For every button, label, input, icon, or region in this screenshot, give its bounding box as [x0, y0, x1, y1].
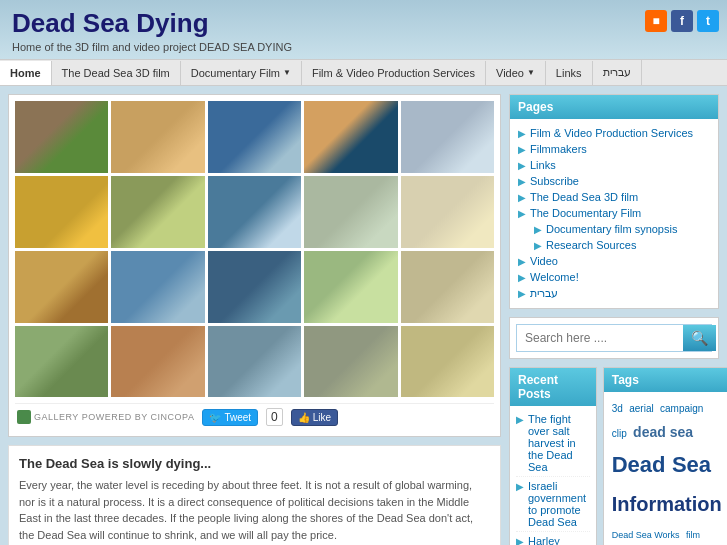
nav-item-dead-sea-3d[interactable]: The Dead Sea 3D film [52, 61, 181, 85]
nav-item-film-video[interactable]: Film & Video Production Services [302, 61, 486, 85]
search-icon: 🔍 [691, 330, 708, 346]
arrow-icon: ▶ [518, 208, 526, 219]
gallery-thumb[interactable] [111, 176, 204, 248]
main-nav: Home The Dead Sea 3D film Documentary Fi… [0, 59, 727, 86]
nav-item-video[interactable]: Video ▼ [486, 61, 546, 85]
post-link[interactable]: ▶Harley Davidson Bikes "Vote for Dead Se… [516, 532, 590, 545]
arrow-icon: ▶ [516, 414, 524, 425]
arrow-icon: ▶ [518, 176, 526, 187]
gallery-thumb[interactable] [304, 176, 397, 248]
page-link-synopsis[interactable]: ▶Documentary film synopsis [518, 221, 710, 237]
gallery-thumb[interactable] [304, 251, 397, 323]
tag-campaign[interactable]: campaign [660, 403, 703, 414]
arrow-icon: ▶ [518, 288, 526, 299]
page-link-welcome[interactable]: ▶Welcome! [518, 269, 710, 285]
article-body: Every year, the water level is receding … [19, 477, 490, 543]
gallery-thumb[interactable] [208, 326, 301, 398]
gallery-thumb[interactable] [401, 251, 494, 323]
page-link-video[interactable]: ▶Video [518, 253, 710, 269]
recent-posts-body: ▶The fight over salt harvest in the Dead… [510, 406, 596, 545]
page-link-filmmakers[interactable]: ▶Filmmakers [518, 141, 710, 157]
gallery-thumb[interactable] [208, 251, 301, 323]
page-link-hebrew[interactable]: ▶עברית [518, 285, 710, 302]
article-heading: The Dead Sea is slowly dying... [19, 456, 490, 471]
gallery-thumb[interactable] [304, 101, 397, 173]
arrow-icon: ▶ [516, 481, 524, 492]
page-link-subscribe[interactable]: ▶Subscribe [518, 173, 710, 189]
page-link-film-video[interactable]: ▶Film & Video Production Services [518, 125, 710, 141]
nav-item-hebrew[interactable]: עברית [593, 60, 642, 85]
twitter-icon[interactable]: t [697, 10, 719, 32]
rss-icon[interactable]: ■ [645, 10, 667, 32]
tags-section: Tags 3d aerial campaign clip dead sea De… [603, 367, 727, 545]
site-title[interactable]: Dead Sea Dying [12, 8, 715, 39]
gallery-thumb[interactable] [208, 101, 301, 173]
gallery-thumb[interactable] [111, 251, 204, 323]
gallery-section: Gallery Powered by Cincopa 🐦 Tweet 0 👍 L… [8, 94, 501, 437]
gallery-thumb[interactable] [15, 176, 108, 248]
gallery-thumb[interactable] [304, 326, 397, 398]
gallery-thumb[interactable] [401, 101, 494, 173]
search-widget: 🔍 [509, 317, 719, 359]
sidebar-bottom: Recent Posts ▶The fight over salt harves… [509, 367, 719, 545]
site-tagline: Home of the 3D film and video project DE… [12, 41, 715, 53]
arrow-icon: ▶ [518, 256, 526, 267]
article-section: The Dead Sea is slowly dying... Every ye… [8, 445, 501, 545]
nav-item-home[interactable]: Home [0, 61, 52, 85]
gallery-thumb[interactable] [111, 101, 204, 173]
arrow-icon: ▶ [534, 224, 542, 235]
arrow-icon: ▶ [518, 128, 526, 139]
gallery-thumb[interactable] [401, 176, 494, 248]
search-input[interactable] [517, 326, 683, 350]
tag-dead[interactable]: Dead [612, 452, 666, 477]
arrow-icon: ▶ [516, 536, 524, 545]
page-link-3dfilm[interactable]: ▶The Dead Sea 3D film [518, 189, 710, 205]
pages-widget-header: Pages [510, 95, 718, 119]
tags-header: Tags [604, 368, 727, 392]
tag-sea[interactable]: Sea [672, 452, 711, 477]
sidebar: Pages ▶Film & Video Production Services … [509, 94, 719, 545]
facebook-icon[interactable]: f [671, 10, 693, 32]
tweet-count: 0 [266, 408, 283, 426]
gallery-thumb[interactable] [15, 251, 108, 323]
pages-widget: Pages ▶Film & Video Production Services … [509, 94, 719, 309]
post-link[interactable]: ▶The fight over salt harvest in the Dead… [516, 410, 590, 477]
gallery-footer: Gallery Powered by Cincopa 🐦 Tweet 0 👍 L… [15, 403, 494, 430]
dropdown-arrow-video: ▼ [527, 68, 535, 77]
tag-dead-sea-small[interactable]: dead sea [633, 424, 693, 440]
nav-item-links[interactable]: Links [546, 61, 593, 85]
tweet-button[interactable]: 🐦 Tweet [202, 409, 258, 426]
dropdown-arrow-documentary: ▼ [283, 68, 291, 77]
page-link-documentary[interactable]: ▶The Documentary Film [518, 205, 710, 221]
recent-posts-header: Recent Posts [510, 368, 596, 406]
arrow-icon: ▶ [518, 144, 526, 155]
arrow-icon: ▶ [518, 272, 526, 283]
gallery-powered-label: Gallery Powered by Cincopa [17, 410, 194, 424]
recent-posts-widget: Recent Posts ▶The fight over salt harves… [509, 367, 597, 545]
gallery-thumb[interactable] [208, 176, 301, 248]
gallery-grid [15, 101, 494, 397]
post-link[interactable]: ▶Israeli government to promote Dead Sea [516, 477, 590, 532]
thumbs-up-icon: 👍 [298, 412, 310, 423]
nav-item-documentary[interactable]: Documentary Film ▼ [181, 61, 302, 85]
arrow-icon: ▶ [518, 160, 526, 171]
tag-information[interactable]: Information [612, 486, 722, 522]
tag-dead-sea-works[interactable]: Dead Sea Works [612, 530, 680, 540]
gallery-thumb[interactable] [15, 101, 108, 173]
gallery-thumb[interactable] [401, 326, 494, 398]
gallery-thumb[interactable] [111, 326, 204, 398]
search-box: 🔍 [516, 324, 712, 352]
search-button[interactable]: 🔍 [683, 325, 716, 351]
tag-3d[interactable]: 3d [612, 403, 623, 414]
recent-posts-section: Recent Posts ▶The fight over salt harves… [509, 367, 597, 545]
like-button[interactable]: 👍 Like [291, 409, 338, 426]
page-link-links[interactable]: ▶Links [518, 157, 710, 173]
tag-film[interactable]: film [686, 530, 700, 540]
page-link-research[interactable]: ▶Research Sources [518, 237, 710, 253]
pages-widget-body: ▶Film & Video Production Services ▶Filmm… [510, 119, 718, 308]
tag-clip[interactable]: clip [612, 428, 627, 439]
cincopa-icon [17, 410, 31, 424]
gallery-thumb[interactable] [15, 326, 108, 398]
tweet-bird-icon: 🐦 [209, 412, 221, 423]
tag-aerial[interactable]: aerial [629, 403, 653, 414]
